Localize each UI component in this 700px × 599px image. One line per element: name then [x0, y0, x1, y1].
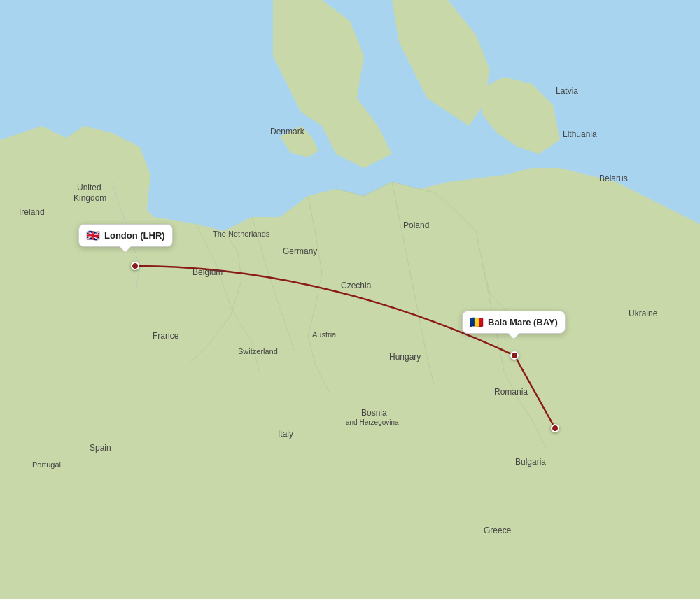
svg-text:Germany: Germany	[283, 246, 317, 256]
svg-text:Austria: Austria	[312, 330, 337, 339]
svg-text:Bulgaria: Bulgaria	[515, 457, 546, 467]
svg-text:Czechia: Czechia	[341, 281, 372, 290]
svg-text:Denmark: Denmark	[270, 127, 305, 136]
baia-mare-dot	[510, 351, 519, 360]
baia-mare-label: Baia Mare (BAY)	[488, 317, 558, 327]
svg-text:Italy: Italy	[278, 429, 293, 439]
london-label: London (LHR)	[104, 230, 165, 241]
svg-text:Romania: Romania	[494, 387, 528, 397]
label-ireland: Ireland	[19, 207, 45, 217]
svg-text:Switzerland: Switzerland	[238, 347, 278, 355]
svg-text:Greece: Greece	[484, 526, 512, 535]
svg-text:The Netherlands: The Netherlands	[213, 230, 270, 238]
svg-text:Spain: Spain	[90, 443, 111, 453]
svg-text:Belgium: Belgium	[192, 267, 223, 277]
bucharest-dot	[551, 424, 559, 432]
svg-text:Ukraine: Ukraine	[629, 309, 658, 318]
map-svg: Ireland United Kingdom Denmark The Nethe…	[0, 0, 700, 599]
svg-text:Latvia: Latvia	[556, 86, 578, 96]
map-container: Ireland United Kingdom Denmark The Nethe…	[0, 0, 700, 599]
svg-text:Belarus: Belarus	[599, 174, 628, 183]
svg-text:and Herzegovina: and Herzegovina	[346, 418, 399, 426]
svg-text:Portugal: Portugal	[32, 460, 61, 469]
london-flag: 🇬🇧	[86, 229, 100, 242]
london-dot	[131, 262, 139, 270]
svg-text:Hungary: Hungary	[389, 352, 421, 362]
svg-text:Kingdom: Kingdom	[74, 193, 106, 203]
baia-mare-tooltip: 🇷🇴 Baia Mare (BAY)	[462, 311, 566, 334]
svg-text:France: France	[153, 331, 179, 341]
london-tooltip: 🇬🇧 London (LHR)	[78, 224, 173, 247]
svg-text:Poland: Poland	[403, 220, 429, 230]
svg-text:United: United	[77, 183, 102, 192]
svg-text:Lithuania: Lithuania	[563, 129, 597, 139]
baia-mare-flag: 🇷🇴	[470, 316, 484, 329]
svg-text:Bosnia: Bosnia	[361, 408, 387, 418]
